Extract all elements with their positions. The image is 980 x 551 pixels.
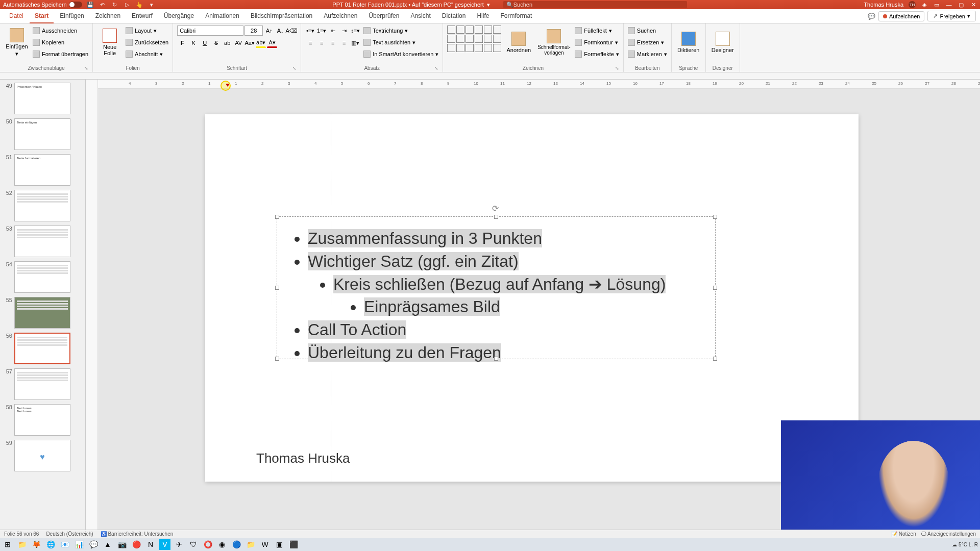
decrease-indent-button[interactable]: ⇤ — [328, 26, 338, 36]
resize-handle[interactable] — [494, 357, 498, 361]
bullet-text[interactable]: Call To Action — [308, 320, 406, 339]
app-icon[interactable]: 💬 — [88, 539, 99, 550]
numbering-button[interactable]: 1≡▾ — [316, 26, 327, 36]
tab-dictation[interactable]: Dictation — [437, 9, 471, 23]
telegram-icon[interactable]: ✈ — [174, 539, 185, 550]
explorer-icon[interactable]: 📁 — [16, 539, 28, 550]
layout-button[interactable]: Layout▾ — [126, 26, 168, 36]
align-right-button[interactable]: ≡ — [328, 38, 338, 48]
launcher-icon[interactable]: ⤡ — [84, 66, 88, 71]
redo-icon[interactable]: ↻ — [111, 1, 119, 8]
thumb-row[interactable]: 53 — [2, 226, 83, 257]
slide[interactable]: ⟳ Zusammenfassung in 3 PunktenWichtiger … — [205, 114, 859, 482]
slide-thumb[interactable] — [14, 333, 70, 364]
thumb-row[interactable]: 58Text boxes Text boxes — [2, 404, 83, 436]
search-box[interactable]: 🔍 — [503, 1, 687, 8]
bullets-button[interactable]: •≡▾ — [305, 26, 315, 36]
increase-indent-button[interactable]: ⇥ — [339, 26, 349, 36]
spacing-button[interactable]: AV — [233, 38, 243, 48]
slide-thumb[interactable] — [14, 368, 70, 400]
thumb-row[interactable]: 59♥ — [2, 440, 83, 471]
clear-format-icon[interactable]: A⌫ — [286, 26, 297, 36]
bullet-text[interactable]: Zusammenfassung in 3 Punkten — [308, 229, 542, 247]
tab-help[interactable]: Hilfe — [472, 9, 494, 23]
slide-thumb[interactable] — [14, 190, 70, 221]
vlc-icon[interactable]: ▲ — [102, 539, 113, 550]
thumb-row[interactable]: 56 — [2, 333, 83, 364]
chrome-icon[interactable]: 🌐 — [45, 539, 56, 550]
new-slide-button[interactable]: Neue Folie — [97, 26, 122, 59]
maximize-icon[interactable]: ▢ — [958, 1, 965, 8]
smartart-button[interactable]: In SmartArt konvertieren▾ — [363, 49, 438, 59]
quick-styles-button[interactable]: Schnellformat- vorlagen — [536, 26, 572, 59]
justify-button[interactable]: ≡ — [339, 38, 349, 48]
app-icon[interactable]: ⬛ — [288, 539, 299, 550]
arrange-button[interactable]: Anordnen — [504, 26, 533, 59]
tab-design[interactable]: Entwurf — [127, 9, 158, 23]
slide-thumb[interactable]: Präsentier / Klatsc — [14, 83, 70, 114]
bullet-list[interactable]: Zusammenfassung in 3 PunktenWichtiger Sa… — [277, 217, 715, 374]
launcher-icon[interactable]: ⤡ — [434, 66, 438, 71]
resize-handle[interactable] — [275, 215, 279, 219]
copy-button[interactable]: Kopieren — [33, 37, 88, 47]
undo-icon[interactable]: ↶ — [99, 1, 107, 8]
app-icon[interactable]: 🔵 — [231, 539, 242, 550]
bullet-item[interactable]: Call To Action — [308, 318, 700, 341]
shadow-button[interactable]: ab — [222, 38, 232, 48]
comments-icon[interactable]: 💬 — [868, 13, 875, 20]
app-icon[interactable]: ▣ — [274, 539, 285, 550]
launcher-icon[interactable]: ⤡ — [292, 66, 297, 71]
slide-thumb[interactable] — [14, 226, 70, 257]
accessibility-status[interactable]: ♿ Barrierefreiheit: Untersuchen — [101, 531, 174, 537]
cut-button[interactable]: Ausschneiden — [33, 26, 88, 36]
ribbon-collapse-bar[interactable] — [0, 72, 980, 80]
tab-start[interactable]: Start — [30, 9, 54, 23]
search-input[interactable] — [513, 2, 684, 8]
font-name-input[interactable] — [177, 26, 243, 36]
tab-transitions[interactable]: Übergänge — [159, 9, 199, 23]
rotate-handle-icon[interactable]: ⟳ — [492, 204, 500, 212]
username[interactable]: Thomas Hruska — [864, 2, 903, 8]
tab-animations[interactable]: Animationen — [200, 9, 244, 23]
format-painter-button[interactable]: Format übertragen — [33, 49, 88, 59]
thumb-row[interactable]: 51Texte formatieren — [2, 154, 83, 186]
bullet-item[interactable]: Zusammenfassung in 3 Punkten — [308, 227, 700, 250]
slide-thumb[interactable]: ♥ — [14, 440, 70, 471]
app-icon[interactable]: 📷 — [116, 539, 128, 550]
slide-thumb[interactable]: Texte einfügen — [14, 118, 70, 150]
app-icon[interactable]: ⭕ — [202, 539, 213, 550]
thumb-row[interactable]: 50Texte einfügen — [2, 118, 83, 150]
thumb-row[interactable]: 57 — [2, 368, 83, 400]
resize-handle[interactable] — [275, 286, 279, 290]
resize-handle[interactable] — [494, 215, 498, 219]
toggle-switch[interactable] — [69, 2, 82, 8]
case-button[interactable]: Aa▾ — [244, 38, 255, 48]
close-icon[interactable]: ✕ — [970, 1, 977, 8]
tab-insert[interactable]: Einfügen — [55, 9, 89, 23]
bullet-text[interactable]: Einprägsames Bild — [364, 297, 500, 316]
resize-handle[interactable] — [275, 357, 279, 361]
start-button[interactable]: ⊞ — [2, 539, 13, 550]
weather-widget[interactable]: ☁ 5°C L. R — [952, 542, 978, 547]
resize-handle[interactable] — [713, 286, 717, 290]
app-icon[interactable]: 🔴 — [131, 539, 142, 550]
word-icon[interactable]: W — [259, 539, 271, 550]
slide-counter[interactable]: Folie 56 von 66 — [4, 531, 39, 537]
outlook-icon[interactable]: 📧 — [59, 539, 70, 550]
avatar[interactable]: TH — [909, 1, 916, 8]
app-icon[interactable]: 📁 — [245, 539, 256, 550]
tab-review[interactable]: Überprüfen — [363, 9, 404, 23]
designer-button[interactable]: Designer — [710, 26, 736, 59]
font-size-input[interactable] — [244, 26, 263, 36]
qat-more-icon[interactable]: ▾ — [148, 1, 156, 8]
dictate-button[interactable]: Diktieren — [676, 26, 701, 59]
horizontal-ruler[interactable]: 4321123456789101112131415161718192021222… — [98, 80, 980, 89]
section-button[interactable]: Abschnitt▾ — [126, 49, 168, 59]
bullet-item[interactable]: Überleitung zu den Fragen — [308, 341, 700, 364]
replace-button[interactable]: Ersetzen▾ — [628, 37, 667, 47]
tab-draw[interactable]: Zeichnen — [90, 9, 126, 23]
notes-button[interactable]: 📝 Notizen — [891, 531, 916, 537]
resize-handle[interactable] — [713, 215, 717, 219]
thumb-row[interactable]: 52 — [2, 190, 83, 221]
thumb-row[interactable]: 49Präsentier / Klatsc — [2, 83, 83, 114]
